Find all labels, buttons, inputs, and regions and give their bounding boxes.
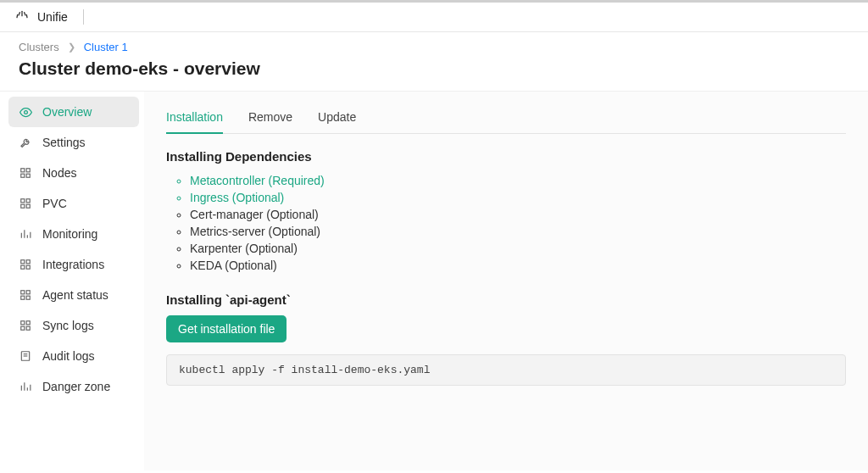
sidebar-item-label: Audit logs <box>42 349 94 363</box>
svg-rect-20 <box>26 296 30 299</box>
eye-icon <box>19 106 32 119</box>
svg-point-0 <box>24 110 27 114</box>
install-heading: Installing `api-agent` <box>166 292 846 307</box>
svg-rect-18 <box>26 291 30 294</box>
dep-cert-manager: Cert-manager (Optional) <box>190 206 846 223</box>
tab-update[interactable]: Update <box>318 105 356 133</box>
grid-icon <box>19 167 32 179</box>
breadcrumb-root[interactable]: Clusters <box>19 41 59 53</box>
sidebar-item-agent-status[interactable]: Agent status <box>8 280 139 310</box>
svg-rect-17 <box>21 291 25 294</box>
sidebar-item-label: Integrations <box>42 258 104 271</box>
svg-rect-1 <box>21 169 25 172</box>
main-content: Installation Remove Update Installing De… <box>144 92 868 470</box>
svg-rect-7 <box>21 204 25 208</box>
sidebar-item-nodes[interactable]: Nodes <box>8 158 139 188</box>
sidebar-item-audit-logs[interactable]: Audit logs <box>8 341 139 371</box>
svg-rect-16 <box>26 265 30 269</box>
svg-rect-5 <box>21 199 25 203</box>
sidebar-item-label: Settings <box>42 136 86 149</box>
svg-rect-3 <box>21 174 25 177</box>
svg-rect-15 <box>21 265 25 269</box>
dep-keda: KEDA (Optional) <box>190 257 846 274</box>
brand-name: Unifie <box>37 10 68 24</box>
sidebar-item-label: Danger zone <box>42 380 110 393</box>
divider <box>83 9 84 25</box>
sidebar-item-label: Nodes <box>42 166 76 180</box>
sidebar-item-label: Sync logs <box>42 319 94 332</box>
svg-rect-22 <box>26 321 30 325</box>
grid-icon <box>19 320 32 331</box>
install-command[interactable]: kubectl apply -f install-demo-eks.yaml <box>166 354 846 386</box>
dep-metrics-server: Metrics-server (Optional) <box>190 223 846 240</box>
sidebar-item-overview[interactable]: Overview <box>8 97 139 127</box>
sidebar-item-label: Overview <box>42 105 92 119</box>
tab-remove[interactable]: Remove <box>248 105 292 133</box>
bar-chart-icon <box>19 228 32 240</box>
svg-rect-2 <box>26 169 30 172</box>
sidebar-item-integrations[interactable]: Integrations <box>8 249 139 280</box>
sidebar-item-label: PVC <box>42 197 67 210</box>
svg-rect-19 <box>21 296 25 299</box>
grid-icon <box>19 289 32 301</box>
breadcrumb: Clusters ❯ Cluster 1 <box>0 32 868 53</box>
get-installation-file-button[interactable]: Get installation file <box>166 315 287 342</box>
svg-rect-24 <box>26 326 30 330</box>
dep-metacontroller[interactable]: Metacontroller (Required) <box>190 172 846 189</box>
svg-rect-14 <box>26 260 30 264</box>
page-title: Cluster demo-eks - overview <box>0 53 868 91</box>
tab-installation[interactable]: Installation <box>166 105 223 134</box>
svg-rect-4 <box>26 174 30 177</box>
svg-rect-23 <box>21 326 25 330</box>
svg-rect-8 <box>26 204 30 208</box>
sidebar-item-sync-logs[interactable]: Sync logs <box>8 310 139 341</box>
sidebar-item-label: Agent status <box>42 288 108 302</box>
topbar: Unifie <box>0 0 868 32</box>
grid-icon <box>19 198 32 209</box>
chevron-right-icon: ❯ <box>68 42 75 53</box>
sidebar: Overview Settings Nodes PVC Monitoring I… <box>0 92 144 470</box>
sidebar-item-danger-zone[interactable]: Danger zone <box>8 371 139 402</box>
book-icon <box>19 350 32 362</box>
deps-list: Metacontroller (Required) Ingress (Optio… <box>166 172 846 274</box>
svg-rect-13 <box>21 260 25 264</box>
grid-icon <box>19 259 32 270</box>
svg-rect-21 <box>21 321 25 325</box>
wrench-icon <box>19 136 32 149</box>
bar-chart-icon <box>19 381 32 392</box>
dep-ingress[interactable]: Ingress (Optional) <box>190 189 846 206</box>
sidebar-item-label: Monitoring <box>42 227 97 241</box>
svg-rect-6 <box>26 199 30 203</box>
breadcrumb-current[interactable]: Cluster 1 <box>84 41 128 53</box>
deps-heading: Installing Dependencies <box>166 149 846 164</box>
sidebar-item-monitoring[interactable]: Monitoring <box>8 219 139 249</box>
tabs: Installation Remove Update <box>166 105 846 134</box>
dep-karpenter: Karpenter (Optional) <box>190 240 846 257</box>
logo-icon <box>15 10 29 24</box>
sidebar-item-settings[interactable]: Settings <box>8 127 139 158</box>
sidebar-item-pvc[interactable]: PVC <box>8 188 139 219</box>
